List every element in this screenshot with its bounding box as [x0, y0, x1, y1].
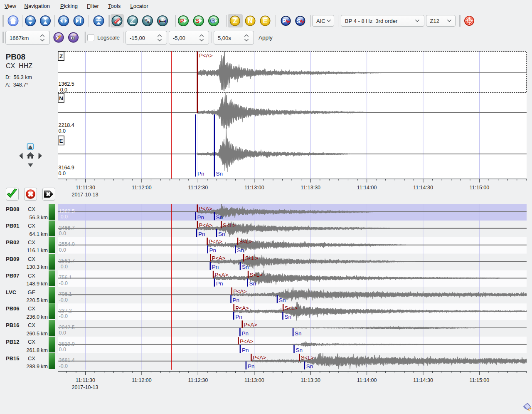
svg-text:S<L>: S<L> — [250, 272, 263, 278]
svg-text:P<A>: P<A> — [244, 322, 257, 328]
svg-text:Sn: Sn — [306, 363, 313, 369]
svg-text:11:14:00: 11:14:00 — [357, 377, 377, 383]
svg-text:11:11:30: 11:11:30 — [76, 185, 95, 191]
svg-text:P<A>: P<A> — [240, 338, 254, 345]
svg-text:-0.0: -0.0 — [59, 363, 68, 369]
svg-text:Pn: Pn — [241, 330, 249, 337]
svg-text:-0.0: -0.0 — [59, 313, 68, 319]
svg-text:237.2: 237.2 — [59, 308, 72, 314]
svg-text:756.1: 756.1 — [59, 275, 72, 280]
svg-text:2554.0: 2554.0 — [59, 241, 75, 247]
svg-text:Pn: Pn — [212, 264, 219, 270]
svg-text:2017-10-13: 2017-10-13 — [72, 384, 99, 390]
svg-text:P<A>: P<A> — [199, 222, 213, 228]
svg-text:11:13:30: 11:13:30 — [300, 377, 320, 383]
svg-text:11:14:00: 11:14:00 — [357, 185, 377, 191]
svg-text:S<L>: S<L> — [285, 305, 298, 311]
svg-text:-0.0: -0.0 — [59, 87, 68, 93]
svg-text:-0.0: -0.0 — [59, 214, 68, 220]
svg-text:0.0: 0.0 — [59, 231, 66, 236]
svg-text:11:14:30: 11:14:30 — [413, 377, 433, 383]
svg-text:Sn: Sn — [295, 330, 302, 337]
svg-text:Z: Z — [59, 53, 63, 59]
svg-text:11:13:00: 11:13:00 — [244, 377, 264, 383]
svg-text:11:11:30: 11:11:30 — [76, 377, 95, 383]
svg-text:11:15:00: 11:15:00 — [470, 377, 490, 383]
svg-text:Pn: Pn — [216, 280, 223, 287]
svg-text:P<A>: P<A> — [215, 272, 229, 278]
svg-text:3681.4: 3681.4 — [59, 357, 75, 363]
svg-text:11:12:00: 11:12:00 — [132, 377, 152, 383]
svg-text:-0.0: -0.0 — [59, 280, 68, 286]
svg-text:C: C — [149, 22, 151, 25]
svg-text:11:13:00: 11:13:00 — [244, 185, 264, 191]
svg-text:0.0: 0.0 — [59, 247, 66, 253]
svg-text:-0.0: -0.0 — [59, 264, 68, 270]
svg-text:Sn: Sn — [216, 171, 223, 177]
svg-text:0.0: 0.0 — [59, 128, 66, 134]
svg-text:N: N — [59, 95, 63, 102]
svg-text:1362.5: 1362.5 — [59, 81, 74, 87]
svg-text:11:13:30: 11:13:30 — [300, 185, 320, 191]
svg-text:P<A>: P<A> — [199, 206, 212, 212]
svg-text:Sn: Sn — [249, 280, 256, 287]
svg-text:706.1: 706.1 — [59, 291, 72, 297]
svg-text:0.0: 0.0 — [59, 347, 66, 352]
svg-text:S<L>: S<L> — [245, 255, 258, 261]
svg-text:Sn: Sn — [242, 264, 249, 270]
svg-text:S<L>: S<L> — [239, 238, 252, 245]
svg-text:1362.5: 1362.5 — [59, 208, 75, 214]
svg-text:2017-10-13: 2017-10-13 — [72, 192, 99, 198]
svg-text:11:15:00: 11:15:00 — [470, 185, 490, 191]
svg-text:2562.7: 2562.7 — [59, 258, 75, 264]
svg-text:0.0: 0.0 — [59, 330, 66, 336]
svg-text:Pn: Pn — [209, 247, 217, 253]
svg-text:E: E — [59, 138, 63, 144]
svg-text:P<A>: P<A> — [233, 288, 247, 295]
svg-text:Sn: Sn — [218, 231, 225, 237]
svg-text:P<A>: P<A> — [199, 52, 213, 59]
svg-text:11:12:00: 11:12:00 — [132, 185, 152, 191]
svg-text:P<A>: P<A> — [253, 355, 266, 361]
svg-text:11:14:30: 11:14:30 — [413, 185, 433, 191]
svg-text:P<A>: P<A> — [209, 238, 222, 245]
svg-text:2042.5: 2042.5 — [59, 325, 75, 330]
svg-text:2218.4: 2218.4 — [59, 122, 74, 128]
svg-text:Pn: Pn — [248, 363, 255, 369]
svg-text:Sn: Sn — [279, 297, 286, 303]
svg-text:Sn: Sn — [285, 314, 292, 320]
svg-text:11:12:30: 11:12:30 — [188, 185, 208, 191]
svg-text:3164.9: 3164.9 — [59, 165, 74, 171]
svg-text:-0.0: -0.0 — [59, 297, 68, 303]
svg-text:Pn: Pn — [242, 347, 249, 353]
svg-text:3819.0: 3819.0 — [59, 341, 75, 347]
svg-text:Pn: Pn — [233, 297, 240, 303]
svg-text:S<L>: S<L> — [301, 355, 314, 361]
svg-text:Pn: Pn — [235, 314, 242, 320]
svg-text:Sn: Sn — [296, 347, 303, 353]
svg-text:11:12:30: 11:12:30 — [188, 377, 208, 383]
svg-text:S<L>: S<L> — [223, 222, 236, 228]
svg-text:2466.7: 2466.7 — [59, 225, 75, 231]
svg-text:Pn: Pn — [197, 214, 204, 221]
svg-text:P<A>: P<A> — [212, 255, 226, 261]
svg-text:Sn: Sn — [237, 247, 244, 253]
svg-text:0.0: 0.0 — [59, 171, 66, 176]
svg-text:Pn: Pn — [198, 231, 205, 237]
svg-text:Pn: Pn — [197, 171, 204, 177]
svg-text:P<A>: P<A> — [235, 305, 249, 311]
svg-text:Sn: Sn — [216, 214, 223, 221]
